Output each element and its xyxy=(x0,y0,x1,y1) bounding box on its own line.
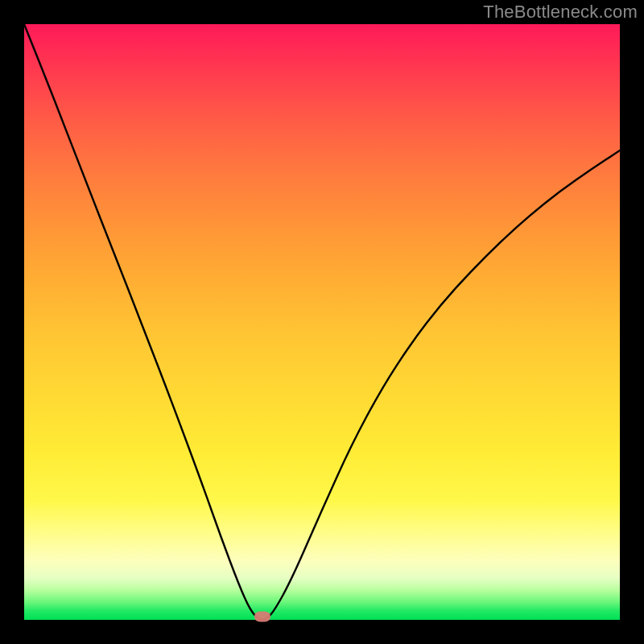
chart-plot-area xyxy=(24,24,620,620)
optimal-marker xyxy=(254,612,270,622)
watermark-text: TheBottleneck.com xyxy=(483,2,638,23)
chart-frame: TheBottleneck.com xyxy=(0,0,644,644)
bottleneck-curve xyxy=(24,24,620,620)
curve-path xyxy=(24,24,620,620)
